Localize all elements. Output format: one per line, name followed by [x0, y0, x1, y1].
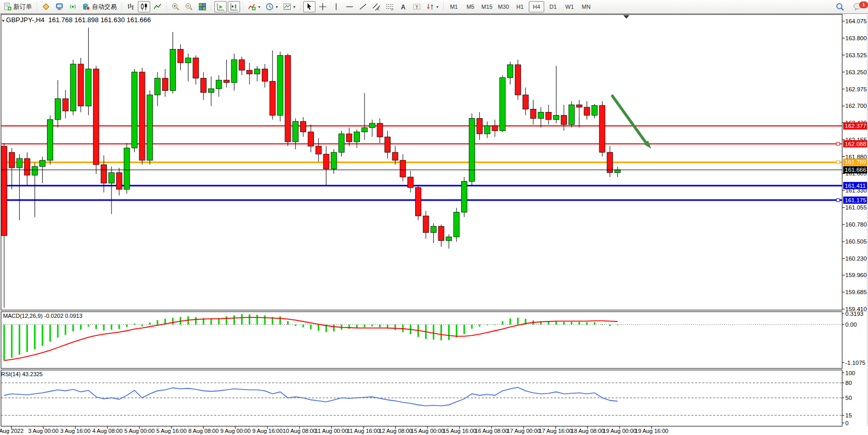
timeframe-h1-button[interactable]: H1: [512, 1, 528, 12]
candle: [139, 72, 145, 160]
macd-bar: [111, 325, 112, 330]
hline-marker[interactable]: [837, 160, 840, 164]
auto-scroll-button[interactable]: [214, 1, 227, 12]
candlestick-chart-button[interactable]: [138, 1, 150, 12]
chart-canvas[interactable]: 164.075163.800163.525163.250162.975162.7…: [0, 0, 868, 435]
timeframe-w1-button[interactable]: W1: [562, 1, 577, 12]
zoom-out-button[interactable]: [183, 1, 195, 12]
equidistant-channel-button[interactable]: E: [370, 1, 383, 12]
macd-bar: [586, 322, 588, 325]
timeframe-m15-button[interactable]: M15: [479, 1, 495, 12]
symbol-period-label: GBPJPY-,H4: [6, 16, 45, 24]
macd-bar: [96, 325, 97, 329]
chevron-down-icon: ▾: [276, 5, 278, 9]
candle: [162, 78, 168, 91]
macd-bar: [502, 321, 503, 325]
time-label: 9 Aug 16:00: [252, 428, 283, 434]
search-icon: [835, 3, 845, 12]
candle: [515, 65, 520, 95]
chart-shift-button[interactable]: [228, 1, 240, 12]
candle: [331, 152, 337, 169]
candle: [438, 227, 444, 241]
horizontal-line-button[interactable]: [343, 1, 356, 12]
chevron-down-icon: ▾: [293, 5, 295, 9]
search-button[interactable]: [833, 2, 847, 13]
periods-button[interactable]: ▾: [263, 1, 280, 12]
rsi-panel[interactable]: [1, 370, 842, 426]
hline-marker[interactable]: [837, 199, 840, 202]
tile-windows-button[interactable]: [196, 1, 209, 12]
auto-trading-icon: [82, 3, 90, 11]
text-label-button[interactable]: T: [411, 1, 423, 12]
toolbar-separator: [120, 2, 123, 11]
candle: [40, 160, 45, 167]
time-label: 18 Aug 08:00: [571, 428, 605, 434]
macd-panel[interactable]: [1, 312, 842, 368]
macd-bar: [42, 325, 43, 346]
svg-text:F: F: [391, 8, 393, 11]
text-button[interactable]: A: [397, 1, 409, 12]
time-axis[interactable]: Aug 20223 Aug 00:003 Aug 16:004 Aug 08:0…: [0, 426, 668, 434]
candle: [147, 95, 153, 160]
periods-icon: [265, 3, 274, 11]
macd-bar: [279, 316, 281, 325]
timeframe-m5-button[interactable]: M5: [463, 1, 478, 12]
new-order-button[interactable]: 新订单: [2, 1, 34, 12]
macd-bar: [103, 325, 105, 330]
templates-button[interactable]: ▾: [281, 1, 297, 12]
candle: [408, 177, 414, 187]
bar-chart-button[interactable]: [124, 1, 137, 12]
rsi-axis-label: 80: [845, 380, 852, 386]
macd-bar: [563, 322, 565, 325]
macd-signal-value: 0.0913: [65, 313, 83, 319]
market-watch-button[interactable]: [53, 1, 66, 12]
crosshair-button[interactable]: [317, 1, 329, 12]
timeframe-h4-button[interactable]: H4: [529, 1, 544, 12]
macd-bar: [379, 325, 381, 327]
notification-badge: 1: [859, 2, 868, 8]
time-label: 3 Aug 16:00: [60, 428, 91, 434]
timeframe-mn-button[interactable]: MN: [578, 1, 594, 12]
candle: [185, 58, 191, 63]
fibonacci-button[interactable]: F: [384, 1, 396, 12]
cursor-button[interactable]: [303, 1, 315, 12]
trendline-button[interactable]: [357, 1, 369, 12]
macd-axis-label: -1.1075: [845, 360, 865, 366]
timeframe-m1-button[interactable]: M1: [446, 1, 462, 12]
signals-button[interactable]: [67, 1, 79, 12]
auto-trading-button[interactable]: 自动交易: [80, 1, 119, 12]
time-label: 8 Aug 08:00: [188, 428, 219, 434]
toolbar-separator: [165, 2, 168, 11]
vline-icon: [332, 3, 340, 11]
arrows-button[interactable]: ▾: [424, 1, 440, 12]
charts-icon-button[interactable]: [40, 1, 52, 12]
hline-marker[interactable]: [837, 142, 840, 146]
candle: [508, 65, 513, 77]
price-tick-label: 160.780: [845, 221, 867, 228]
candle: [361, 127, 367, 132]
line-chart-button[interactable]: [151, 1, 164, 12]
candle: [178, 49, 183, 62]
indicators-button[interactable]: ▾: [246, 1, 262, 12]
time-label: 10 Aug 08:00: [283, 428, 317, 434]
macd-bar: [448, 325, 450, 340]
macd-bar: [157, 320, 159, 325]
ohlc-values: 161.768 161.898 161.630 161.666: [48, 16, 151, 24]
toolbar-separator: [299, 2, 302, 11]
candle: [285, 55, 291, 141]
zoom-in-button[interactable]: [169, 1, 182, 12]
candle: [323, 154, 329, 169]
timeframe-m30-button[interactable]: M30: [496, 1, 511, 12]
chart-panels: [1, 14, 842, 426]
candle: [193, 58, 199, 78]
timeframe-d1-button[interactable]: D1: [545, 1, 561, 12]
macd-bar: [594, 322, 595, 325]
price-tick-label: 160.230: [845, 255, 867, 262]
macd-bar: [602, 325, 603, 325]
price-tick-label: 162.700: [845, 103, 867, 109]
macd-bar: [264, 315, 265, 325]
new-order-icon: [4, 3, 12, 11]
vertical-line-button[interactable]: [330, 1, 342, 12]
macd-bar: [471, 325, 472, 329]
candle: [62, 99, 68, 111]
